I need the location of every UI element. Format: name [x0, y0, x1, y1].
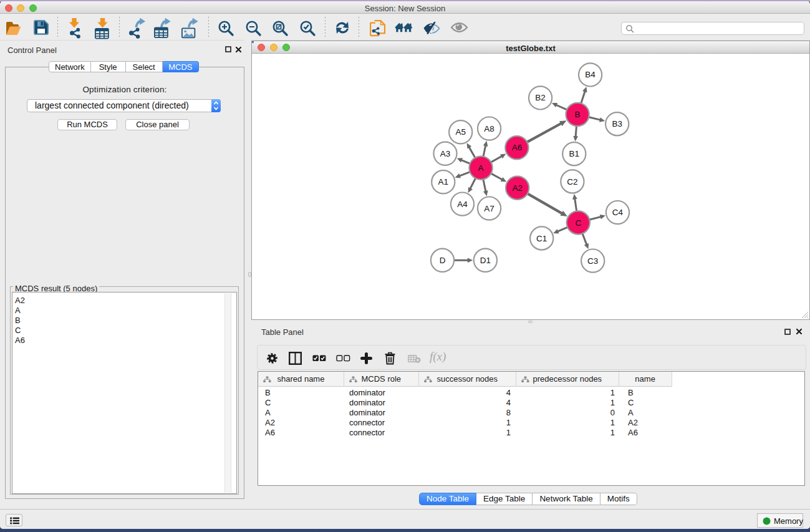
svg-text:B2: B2: [535, 93, 546, 102]
svg-text:A2: A2: [512, 183, 523, 193]
svg-text:C1: C1: [536, 234, 547, 243]
svg-text:A7: A7: [484, 204, 494, 213]
svg-text:B4: B4: [585, 70, 595, 79]
svg-text:A6: A6: [512, 143, 523, 152]
svg-text:A1: A1: [438, 177, 449, 186]
svg-text:B1: B1: [569, 149, 580, 158]
svg-text:C2: C2: [567, 177, 577, 186]
svg-text:B3: B3: [612, 119, 622, 128]
svg-text:C3: C3: [587, 256, 598, 266]
svg-text:A: A: [478, 163, 484, 173]
svg-text:A3: A3: [440, 149, 451, 158]
svg-text:D1: D1: [480, 256, 491, 265]
svg-text:B: B: [575, 110, 581, 119]
svg-text:A8: A8: [484, 124, 494, 133]
svg-text:D: D: [440, 256, 446, 265]
svg-text:C4: C4: [612, 208, 624, 217]
svg-text:A4: A4: [457, 200, 468, 209]
svg-text:A5: A5: [455, 127, 466, 137]
svg-text:C: C: [575, 218, 581, 228]
